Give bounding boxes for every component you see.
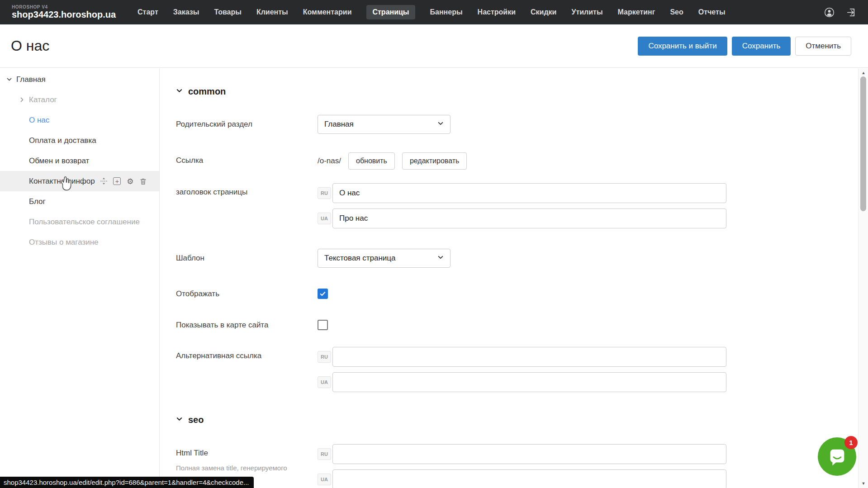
lang-ua-badge: UA xyxy=(318,376,331,388)
sidebar-item-katalog[interactable]: Каталог xyxy=(0,90,159,110)
page-edit-form: common Родительский раздел Главная Ссылк… xyxy=(160,68,858,488)
topbar-icons xyxy=(824,7,856,18)
shop-logo[interactable]: HOROSHOP V4 shop34423.horoshop.ua xyxy=(12,5,116,19)
chevron-down-icon xyxy=(437,120,444,129)
lang-ru-badge: RU xyxy=(318,351,331,363)
scroll-up-arrow-icon[interactable]: ▲ xyxy=(859,69,868,76)
menu-item-products[interactable]: Товары xyxy=(214,5,242,19)
sidebar-item-o-nas[interactable]: О нас xyxy=(0,110,159,130)
account-icon[interactable] xyxy=(824,7,835,18)
page-title-ru-input[interactable] xyxy=(332,183,726,203)
menu-item-seo[interactable]: Seo xyxy=(670,5,683,19)
sidebar-item-label: Блог xyxy=(29,197,46,206)
chevron-down-icon xyxy=(176,416,183,424)
menu-item-clients[interactable]: Клиенты xyxy=(256,5,288,19)
chevron-down-icon xyxy=(437,254,444,263)
sidebar-item-label: Обмен и возврат xyxy=(29,156,89,166)
chevron-down-icon xyxy=(176,87,183,96)
link-update-button[interactable]: обновить xyxy=(348,152,395,170)
move-icon[interactable] xyxy=(100,177,109,186)
html-title-hint: Полная замена title, генерируемого xyxy=(176,464,307,472)
section-seo-header[interactable]: seo xyxy=(176,415,858,425)
link-preview-status-bar: shop34423.horoshop.ua/edit/edit.php?id=6… xyxy=(0,477,254,488)
sidebar-item-label: Главная xyxy=(16,75,46,84)
sidebar-item-oplata-i-dostavka[interactable]: Оплата и доставка xyxy=(0,130,159,151)
page-title-ua-input[interactable] xyxy=(332,208,726,228)
menu-item-reports[interactable]: Отчеты xyxy=(698,5,726,19)
page-title-label: заголовок страницы xyxy=(176,183,318,197)
parent-section-select[interactable]: Главная xyxy=(318,115,451,134)
sidebar-item-label: Оплата и доставка xyxy=(29,136,96,145)
alt-link-ua-input[interactable] xyxy=(332,372,726,392)
settings-gear-icon[interactable]: ⚙ xyxy=(126,177,135,186)
lang-ru-badge: RU xyxy=(318,448,331,460)
link-edit-button[interactable]: редактировать xyxy=(402,152,467,170)
link-path-value: /o-nas/ xyxy=(318,156,341,166)
parent-section-label: Родительский раздел xyxy=(176,120,318,129)
menu-item-pages[interactable]: Страницы xyxy=(366,5,415,19)
lang-ua-badge: UA xyxy=(318,474,331,485)
chevron-down-icon[interactable] xyxy=(5,76,13,82)
page-header: О нас Сохранить и выйти Сохранить Отмени… xyxy=(0,24,868,68)
lang-ru-badge: RU xyxy=(318,187,331,199)
sidebar-item-glavnaya[interactable]: Главная xyxy=(0,69,159,90)
sidebar-item-label: Пользовательское соглашение xyxy=(29,218,140,227)
top-navigation-bar: HOROSHOP V4 shop34423.horoshop.ua Старт … xyxy=(0,0,868,24)
html-title-label: Html Title Полная замена title, генериру… xyxy=(176,444,318,472)
menu-item-start[interactable]: Старт xyxy=(138,5,158,19)
header-buttons: Сохранить и выйти Сохранить Отменить xyxy=(638,37,851,56)
vertical-scrollbar[interactable]: ▲ ▼ xyxy=(858,68,868,488)
sidebar-item-label: Контактная инфор xyxy=(29,177,95,186)
sidebar-item-label: Каталог xyxy=(29,95,57,104)
sidebar-item-label: О нас xyxy=(29,116,49,125)
chat-bubble-icon xyxy=(827,446,848,467)
sidebar-item-kontaktnaya-informatsiya[interactable]: Контактная инфор + ⚙ xyxy=(0,171,159,191)
display-checkbox[interactable] xyxy=(318,289,328,299)
scroll-down-arrow-icon[interactable]: ▼ xyxy=(859,480,868,487)
display-label: Отображать xyxy=(176,289,318,298)
chat-widget-button[interactable]: 1 xyxy=(818,437,856,476)
sidebar-item-label: Отзывы о магазине xyxy=(29,238,99,247)
template-value: Текстовая страница xyxy=(324,254,396,263)
tree-item-actions: + ⚙ xyxy=(100,177,148,186)
section-seo-title: seo xyxy=(188,415,204,425)
menu-item-banners[interactable]: Баннеры xyxy=(430,5,463,19)
sitemap-label: Показывать в карте сайта xyxy=(176,321,318,330)
template-label: Шаблон xyxy=(176,254,318,263)
chat-unread-badge: 1 xyxy=(844,436,858,449)
menu-item-orders[interactable]: Заказы xyxy=(173,5,199,19)
sitemap-checkbox[interactable] xyxy=(318,320,328,330)
alt-link-label: Альтернативная ссылка xyxy=(176,347,318,360)
logout-icon[interactable] xyxy=(845,7,856,18)
menu-item-marketing[interactable]: Маркетинг xyxy=(618,5,655,19)
scrollbar-thumb[interactable] xyxy=(860,76,866,211)
pages-tree-sidebar: Главная Каталог О нас Оплата и доставка … xyxy=(0,68,160,488)
lang-ua-badge: UA xyxy=(318,213,331,224)
brand-domain-label: shop34423.horoshop.ua xyxy=(12,10,116,19)
template-select[interactable]: Текстовая страница xyxy=(318,249,451,268)
alt-link-ru-input[interactable] xyxy=(332,347,726,367)
add-page-icon[interactable]: + xyxy=(113,177,122,186)
delete-trash-icon[interactable] xyxy=(139,177,148,186)
menu-item-utilities[interactable]: Утилиты xyxy=(571,5,602,19)
link-label: Ссылка xyxy=(176,156,318,165)
sidebar-item-obmen-i-vozvrat[interactable]: Обмен и возврат xyxy=(0,151,159,171)
chevron-right-icon[interactable] xyxy=(18,97,25,103)
menu-item-discounts[interactable]: Скидки xyxy=(531,5,556,19)
menu-item-settings[interactable]: Настройки xyxy=(478,5,516,19)
save-button[interactable]: Сохранить xyxy=(732,37,791,56)
cancel-button[interactable]: Отменить xyxy=(795,37,851,56)
parent-section-value: Главная xyxy=(324,120,354,129)
sidebar-item-otzyvy-o-magazine[interactable]: Отзывы о магазине xyxy=(0,232,159,252)
html-title-ru-input[interactable] xyxy=(332,444,726,464)
menu-item-comments[interactable]: Комментарии xyxy=(303,5,352,19)
section-common-title: common xyxy=(188,86,226,97)
sidebar-item-blog[interactable]: Блог xyxy=(0,191,159,212)
main-menu: Старт Заказы Товары Клиенты Комментарии … xyxy=(138,5,725,19)
page-title: О нас xyxy=(11,38,49,54)
section-common-header[interactable]: common xyxy=(176,86,858,97)
save-and-exit-button[interactable]: Сохранить и выйти xyxy=(638,37,727,56)
sidebar-item-polzovatelskoe-soglashenie[interactable]: Пользовательское соглашение xyxy=(0,212,159,232)
html-title-ua-input[interactable] xyxy=(332,469,726,488)
